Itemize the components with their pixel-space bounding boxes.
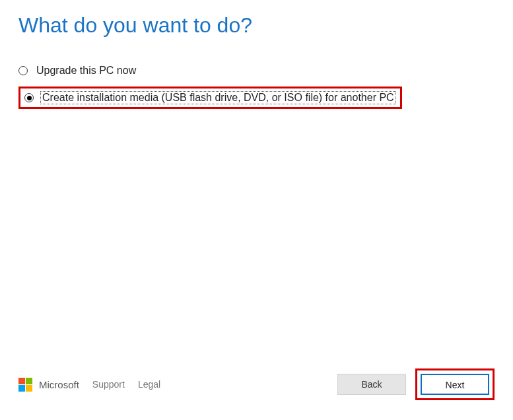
legal-link[interactable]: Legal <box>138 379 160 390</box>
next-button[interactable]: Next <box>421 374 489 395</box>
footer-right: Back Next <box>337 368 495 400</box>
footer: Microsoft Support Legal Back Next <box>18 368 495 400</box>
option-upgrade[interactable]: Upgrade this PC now <box>18 64 513 77</box>
radio-selected-icon <box>24 93 34 102</box>
radio-unselected-icon <box>18 66 28 75</box>
footer-left: Microsoft Support Legal <box>18 378 160 392</box>
microsoft-text: Microsoft <box>39 379 79 390</box>
option-create-media-label: Create installation media (USB flash dri… <box>40 91 396 104</box>
back-button[interactable]: Back <box>337 374 406 395</box>
option-upgrade-label: Upgrade this PC now <box>34 64 138 77</box>
highlight-box-option: Create installation media (USB flash dri… <box>18 87 402 109</box>
options-group: Upgrade this PC now Create installation … <box>18 64 513 109</box>
highlight-box-next: Next <box>415 368 495 400</box>
support-link[interactable]: Support <box>92 379 125 390</box>
microsoft-logo-icon <box>18 378 32 392</box>
option-create-media[interactable]: Create installation media (USB flash dri… <box>24 91 396 104</box>
microsoft-brand: Microsoft <box>18 378 79 392</box>
page-title: What do you want to do? <box>18 13 513 38</box>
